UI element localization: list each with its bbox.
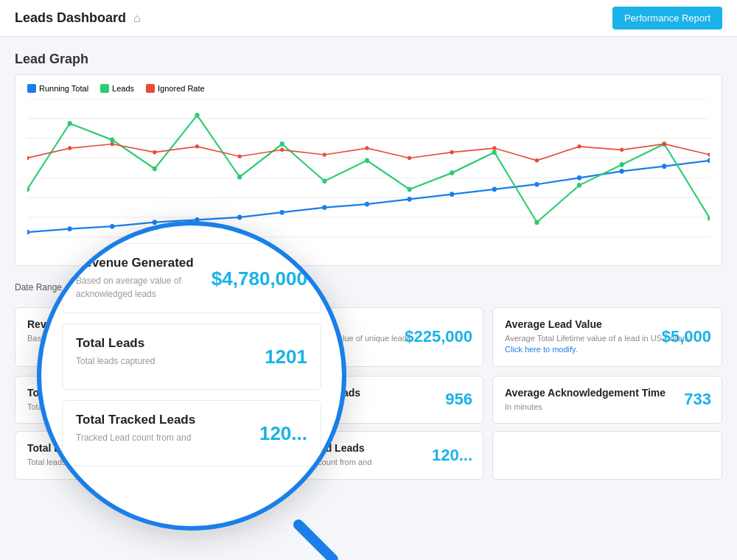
svg-point-31 [280,141,284,147]
svg-point-26 [68,121,72,126]
stat-title-avg-ack: Average Acknowledgement Time [505,387,710,399]
svg-point-55 [577,144,581,149]
legend-label-leads: Leads [112,84,134,93]
svg-point-23 [662,164,666,169]
svg-point-46 [195,144,199,149]
legend-label-running-total: Running Total [39,84,88,93]
mag-card-revenue: Revenue Generated Based on average value… [62,243,321,313]
mag-desc-revenue: Based on average value of acknowledged l… [76,274,216,301]
stat-card-placeholder [492,431,722,479]
mag-value-revenue: $4,780,000 [212,267,307,290]
svg-point-57 [663,142,666,147]
svg-point-39 [620,162,624,167]
modify-link[interactable]: Click here to modify. [505,345,578,354]
svg-point-44 [111,142,114,147]
svg-point-21 [577,175,581,181]
svg-point-49 [323,153,326,157]
svg-point-16 [365,202,369,207]
legend-dot-ignored-rate [146,84,155,93]
svg-point-24 [708,158,710,163]
legend-dot-leads [100,84,109,93]
svg-point-10 [110,224,114,229]
header-left: Leads Dashboard ⌂ [15,10,141,26]
mag-value-tracked: 120... [259,422,307,445]
svg-point-54 [535,158,539,163]
svg-point-56 [620,148,624,153]
date-range-label: Date Range [15,282,62,293]
svg-point-9 [68,226,72,231]
svg-point-19 [492,187,497,192]
page-title: Leads Dashboard [15,10,126,26]
stat-value-avg-lead-value: $5,000 [662,327,711,346]
stat-desc-avg-ack: In minutes [505,402,710,413]
stat-value-total-revenue: $225,000 [405,327,472,346]
svg-point-32 [322,178,326,183]
svg-point-13 [237,215,242,220]
chart-svg: 03/30/23 04/01/23 04/03/23 04/05/23 04/0… [27,99,710,239]
svg-point-47 [238,154,242,158]
svg-point-53 [492,146,496,150]
svg-point-15 [322,205,326,210]
stat-value-avg-ack: 733 [684,390,711,409]
svg-point-33 [365,158,369,163]
legend-running-total: Running Total [27,84,88,93]
mag-card-total-leads: Total Leads Total leads captured 1201 [62,323,321,390]
svg-point-27 [110,138,114,143]
svg-point-52 [450,150,454,155]
legend-label-ignored-rate: Ignored Rate [158,84,205,93]
svg-point-29 [195,113,199,118]
svg-point-20 [534,182,539,187]
legend-dot-running-total [27,84,36,93]
svg-point-58 [708,153,710,157]
magnify-inner: Revenue Generated Based on average value… [41,225,342,526]
stat-value-total-unique: 956 [445,390,472,409]
stat-value-tracked: 120... [432,446,472,465]
chart-legend: Running Total Leads Ignored Rate [27,84,710,93]
svg-point-18 [450,192,454,197]
svg-point-51 [408,156,411,161]
svg-point-28 [153,167,157,172]
header: Leads Dashboard ⌂ Performance Report [0,0,737,37]
svg-point-48 [280,148,284,153]
stat-card-avg-ack-time: Average Acknowledgement Time In minutes … [492,376,722,424]
svg-point-45 [153,150,156,155]
svg-point-43 [68,146,71,150]
svg-point-30 [237,175,242,180]
mag-desc-total-leads: Total leads captured [76,354,216,368]
chart-svg-area: 03/30/23 04/01/23 04/03/23 04/05/23 04/0… [27,99,710,239]
svg-point-42 [27,156,29,161]
svg-point-34 [407,187,411,192]
svg-point-35 [450,170,454,175]
svg-point-11 [153,220,157,225]
svg-point-17 [407,197,411,202]
legend-ignored-rate: Ignored Rate [146,84,205,93]
svg-point-36 [492,150,497,155]
svg-point-50 [365,146,368,150]
svg-point-8 [27,230,29,235]
stat-card-avg-lead-value: Average Lead Value Average Total Lifetim… [492,307,722,367]
performance-report-button[interactable]: Performance Report [612,7,722,29]
mag-value-total-leads: 1201 [265,346,307,368]
mag-desc-tracked: Tracked Lead count from and [76,431,216,444]
svg-point-22 [620,169,624,174]
svg-point-14 [280,210,284,215]
svg-point-37 [534,220,539,225]
legend-leads: Leads [100,84,134,93]
lead-graph-title: Lead Graph [15,52,722,67]
svg-point-38 [577,183,581,188]
mag-card-tracked-leads: Total Tracked Leads Tracked Lead count f… [62,400,321,466]
magnify-glass: Revenue Generated Based on average value… [37,221,346,531]
home-icon[interactable]: ⌂ [133,12,141,25]
